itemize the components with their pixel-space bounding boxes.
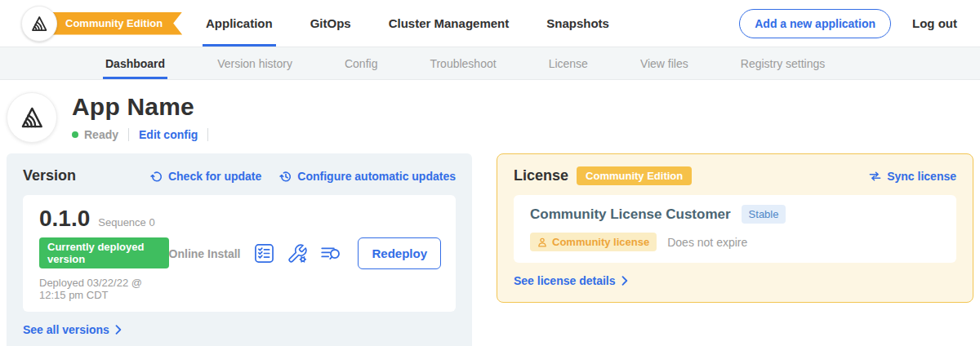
- redeploy-button[interactable]: Redeploy: [358, 237, 441, 269]
- expiration-text: Does not expire: [667, 236, 747, 249]
- tab-application[interactable]: Application: [203, 0, 276, 47]
- status-badge: Ready: [84, 128, 118, 141]
- edit-config-link[interactable]: Edit config: [139, 128, 198, 141]
- channel-badge: Stable: [742, 205, 786, 224]
- top-nav: Community Edition Application GitOps Clu…: [0, 0, 980, 47]
- license-type-label: Community license: [552, 236, 649, 248]
- sequence-label: Sequence 0: [98, 216, 154, 228]
- app-header: App Name Ready Edit config: [0, 80, 980, 143]
- license-card: License Community Edition Sync license C…: [497, 153, 973, 303]
- configure-automatic-updates-label: Configure automatic updates: [297, 170, 456, 183]
- app-status-row: Ready Edit config: [72, 128, 218, 141]
- subnav-item-dashboard[interactable]: Dashboard: [103, 47, 167, 79]
- chevron-right-icon: [621, 276, 628, 286]
- version-card-title: Version: [23, 167, 76, 184]
- version-actions: Online Install: [169, 237, 441, 269]
- divider: [128, 128, 129, 141]
- sync-license-link[interactable]: Sync license: [868, 170, 956, 183]
- status-dot: [72, 131, 78, 138]
- license-card-title: License: [514, 167, 568, 184]
- tab-snapshots[interactable]: Snapshots: [543, 0, 612, 47]
- subnav-item-troubleshoot[interactable]: Troubleshoot: [427, 47, 498, 79]
- see-all-versions-link[interactable]: See all versions: [23, 323, 122, 336]
- version-card: Version Check for update Configure au: [7, 153, 472, 346]
- topnav-right: Add a new application Log out: [739, 9, 980, 38]
- history-clock-icon: [279, 170, 292, 183]
- add-new-application-button[interactable]: Add a new application: [739, 9, 891, 38]
- primary-tabs: Application GitOps Cluster Management Sn…: [203, 0, 612, 47]
- subnav-item-version-history[interactable]: Version history: [215, 47, 295, 79]
- page-title: App Name: [72, 93, 218, 121]
- logout-link[interactable]: Log out: [912, 16, 957, 30]
- replicated-mark-icon: [17, 103, 47, 132]
- subnav-item-license[interactable]: License: [546, 47, 590, 79]
- check-for-update-link[interactable]: Check for update: [150, 170, 261, 183]
- tab-gitops[interactable]: GitOps: [307, 0, 354, 47]
- configure-automatic-updates-link[interactable]: Configure automatic updates: [279, 170, 456, 183]
- customer-row: Community License Customer Stable: [530, 205, 940, 224]
- dashboard-cards: Version Check for update Configure au: [0, 143, 980, 346]
- check-for-update-label: Check for update: [168, 170, 261, 183]
- community-edition-badge: Community Edition: [577, 166, 692, 185]
- view-files-icon[interactable]: [320, 244, 342, 263]
- install-type-label: Online Install: [169, 247, 241, 260]
- config-wrench-icon[interactable]: [287, 243, 308, 264]
- customer-name: Community License Customer: [530, 206, 731, 223]
- version-card-header: Version Check for update Configure au: [23, 167, 456, 184]
- preflight-checks-icon[interactable]: [254, 243, 274, 264]
- community-edition-ribbon-label: Community Edition: [65, 17, 163, 29]
- deployed-timestamp: Deployed 03/22/22 @ 12:15 pm CDT: [39, 277, 169, 301]
- current-version-info: 0.1.0 Sequence 0 Currently deployed vers…: [39, 206, 169, 301]
- version-card-actions: Check for update Configure automatic upd…: [150, 170, 456, 183]
- replicated-logo-icon: [21, 6, 57, 42]
- subnav-item-config[interactable]: Config: [342, 47, 380, 79]
- person-icon: [537, 237, 547, 247]
- chevron-right-icon: [115, 325, 122, 335]
- app-title-block: App Name Ready Edit config: [72, 92, 218, 141]
- see-all-versions-label: See all versions: [23, 323, 109, 336]
- current-version-panel: 0.1.0 Sequence 0 Currently deployed vers…: [23, 195, 456, 312]
- see-license-details-label: See license details: [514, 274, 616, 287]
- tab-cluster-management[interactable]: Cluster Management: [385, 0, 513, 47]
- license-card-header: License Community Edition Sync license: [514, 166, 956, 185]
- subnav-item-registry-settings[interactable]: Registry settings: [738, 47, 827, 79]
- version-row: 0.1.0 Sequence 0: [39, 206, 169, 232]
- divider: [207, 128, 208, 141]
- see-license-details-link[interactable]: See license details: [514, 274, 628, 287]
- refresh-icon: [150, 170, 163, 183]
- version-number: 0.1.0: [39, 206, 90, 232]
- brand: Community Edition: [21, 5, 183, 42]
- currently-deployed-badge: Currently deployed version: [39, 237, 169, 268]
- app-sub-nav: Dashboard Version history Config Trouble…: [0, 47, 980, 80]
- swap-arrows-icon: [868, 171, 882, 182]
- license-detail-panel: Community License Customer Stable Commun…: [514, 195, 956, 263]
- license-type-badge: Community license: [530, 233, 657, 251]
- license-meta-row: Community license Does not expire: [530, 233, 940, 251]
- subnav-item-view-files[interactable]: View files: [638, 47, 691, 79]
- app-avatar: [7, 92, 57, 143]
- community-edition-ribbon: Community Edition: [38, 12, 182, 35]
- sync-license-label: Sync license: [887, 170, 956, 183]
